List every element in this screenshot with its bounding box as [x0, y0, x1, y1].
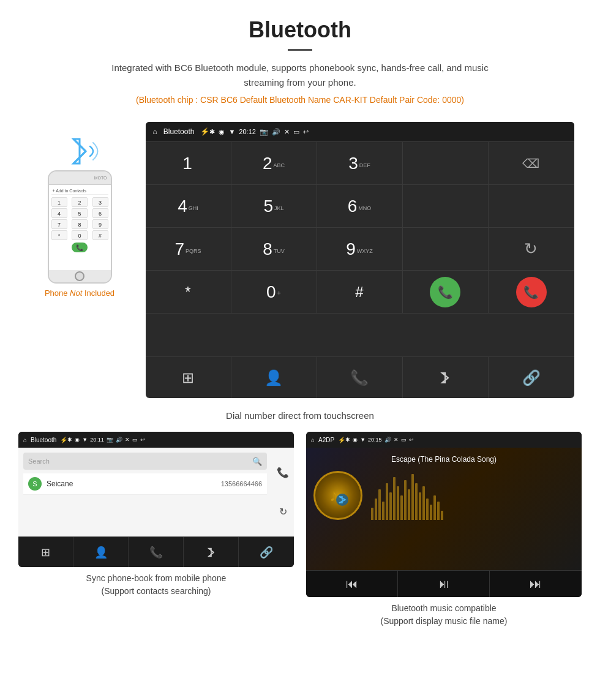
music-win-icon: ▭	[401, 437, 407, 443]
bottom-screens: ⌂ Bluetooth ⚡ ✱ ◉ ▼ 20:11 📷 🔊 ✕ ▭ ↩	[0, 432, 600, 638]
page-title: Bluetooth	[12, 17, 588, 43]
phonebook-screen: ⌂ Bluetooth ⚡ ✱ ◉ ▼ 20:11 📷 🔊 ✕ ▭ ↩	[18, 432, 294, 567]
dial-bottom-call[interactable]: 📞	[317, 357, 403, 398]
phone-bottom	[49, 270, 111, 282]
phonebook-caption: Sync phone-book from mobile phone(Suppor…	[80, 567, 233, 599]
time-display: 20:12	[239, 128, 256, 135]
pb-time: 20:11	[90, 437, 104, 443]
pb-sync-icon[interactable]: ↻	[279, 506, 287, 517]
pb-call-btn[interactable]: 📞	[129, 537, 184, 567]
pb-back-icon: ↩	[140, 437, 145, 443]
key-5[interactable]: 5JKL	[231, 185, 317, 228]
pb-win-icon: ▭	[132, 437, 138, 443]
pb-cam-icon: 📷	[107, 437, 113, 443]
call-button[interactable]: 📞	[403, 271, 489, 314]
dial-screen: ⌂ Bluetooth ⚡ ✱ ◉ ▼ 20:12 📷 🔊 ✕ ▭ ↩ 1	[146, 122, 574, 398]
status-left: ⌂ Bluetooth ⚡	[153, 127, 210, 136]
signal-icon: ▼	[228, 128, 235, 135]
prev-button[interactable]: ⏮	[306, 571, 398, 597]
music-close-icon: ✕	[394, 437, 399, 443]
call-red-icon[interactable]: 📞	[516, 277, 547, 307]
bluetooth-waves	[58, 134, 101, 168]
phonebook-content: Search 🔍 S Seicane 13566664466	[18, 448, 272, 536]
key-1[interactable]: 1	[146, 142, 231, 185]
backspace-button[interactable]: ⌫	[489, 142, 574, 185]
contact-number: 13566664466	[221, 480, 262, 487]
key-2[interactable]: 2ABC	[231, 142, 317, 185]
phone-not-included-label: Phone Not Included	[45, 288, 114, 298]
phonebook-bottom-bar: ⊞ 👤 📞 🔗	[18, 536, 294, 567]
key-7[interactable]: 7PQRS	[146, 228, 231, 271]
contact-name: Seicane	[47, 480, 221, 488]
key-hash[interactable]: #	[317, 271, 403, 314]
key-0[interactable]: 0+	[231, 271, 317, 314]
sync-button[interactable]: ↻	[489, 228, 574, 271]
dial-statusbar: ⌂ Bluetooth ⚡ ✱ ◉ ▼ 20:12 📷 🔊 ✕ ▭ ↩	[146, 122, 574, 141]
main-section: MOTO + Add to Contacts 1 2 3 4 5 6 7 8 9	[0, 122, 600, 404]
pb-usb-icon: ⚡	[60, 437, 67, 443]
title-divider	[288, 49, 312, 51]
search-icon: 🔍	[252, 457, 262, 466]
volume-icon: 🔊	[272, 128, 280, 136]
key-star[interactable]: *	[146, 271, 231, 314]
music-screen: ⌂ A2DP ⚡ ✱ ◉ ▼ 20:15 🔊 ✕ ▭ ↩ Escape (The…	[306, 432, 582, 597]
album-art: ♪	[313, 471, 362, 520]
close-icon: ✕	[284, 128, 290, 136]
empty-4-4	[403, 185, 489, 228]
pb-link-btn[interactable]: 🔗	[239, 537, 294, 567]
dial-bottom-bar: ⊞ 👤 📞 🔗	[146, 356, 574, 398]
pb-status-right: ✱ ◉ ▼ 20:11 📷 🔊 ✕ ▭ ↩	[67, 437, 144, 443]
contact-avatar: S	[28, 477, 42, 491]
music-caption: Bluetooth music compatible(Support displ…	[375, 597, 514, 629]
play-pause-button[interactable]: ⏯	[398, 571, 490, 597]
status-bt-label: Bluetooth	[163, 127, 195, 136]
pb-keypad-btn[interactable]: ⊞	[18, 537, 73, 567]
music-statusbar: ⌂ A2DP ⚡ ✱ ◉ ▼ 20:15 🔊 ✕ ▭ ↩	[306, 432, 582, 448]
camera-icon: 📷	[260, 128, 268, 136]
pb-status-left: ⌂ Bluetooth ⚡	[23, 437, 67, 443]
music-title: A2DP	[318, 437, 334, 443]
pb-vol-icon: 🔊	[116, 437, 122, 443]
display-area	[403, 142, 489, 185]
bluetooth-specs: (Bluetooth chip : CSR BC6 Default Blueto…	[12, 95, 588, 105]
phone-top-bar: MOTO	[49, 171, 111, 185]
music-back-icon: ↩	[409, 437, 414, 443]
pb-bluetooth-btn[interactable]	[184, 537, 239, 567]
phonebook-statusbar: ⌂ Bluetooth ⚡ ✱ ◉ ▼ 20:11 📷 🔊 ✕ ▭ ↩	[18, 432, 294, 448]
next-button[interactable]: ⏭	[490, 571, 582, 597]
pb-call-icon[interactable]: 📞	[277, 467, 289, 478]
phonebook-main: Search 🔍 S Seicane 13566664466	[18, 448, 272, 536]
search-bar[interactable]: Search 🔍	[23, 453, 267, 470]
description-text: Integrated with BC6 Bluetooth module, su…	[110, 61, 490, 90]
key-8[interactable]: 8TUV	[231, 228, 317, 271]
key-3[interactable]: 3DEF	[317, 142, 403, 185]
music-vol-icon: 🔊	[384, 437, 391, 443]
music-status-left: ⌂ A2DP ⚡	[311, 437, 345, 443]
key-9[interactable]: 9WXYZ	[317, 228, 403, 271]
dial-bottom-contacts[interactable]: 👤	[231, 357, 317, 398]
location-icon: ◉	[219, 128, 225, 136]
contact-row[interactable]: S Seicane 13566664466	[23, 473, 267, 495]
home-icon: ⌂	[153, 127, 157, 136]
key-4[interactable]: 4GHI	[146, 185, 231, 228]
dial-bottom-link[interactable]: 🔗	[489, 357, 574, 398]
end-call-button[interactable]: 📞	[489, 271, 574, 314]
dial-bottom-keypad[interactable]: ⊞	[146, 357, 231, 398]
phone-mockup: MOTO + Add to Contacts 1 2 3 4 5 6 7 8 9	[48, 170, 112, 284]
window-icon: ▭	[293, 128, 299, 136]
dial-bottom-bluetooth[interactable]	[403, 357, 489, 398]
page-header: Bluetooth Integrated with BC6 Bluetooth …	[0, 0, 600, 122]
pb-bt-icon: ✱	[67, 437, 72, 443]
usb-icon: ⚡	[200, 127, 209, 136]
pb-title: Bluetooth	[31, 437, 56, 443]
music-status-right: ✱ ◉ ▼ 20:15 🔊 ✕ ▭ ↩	[345, 437, 413, 443]
phone-side: MOTO + Add to Contacts 1 2 3 4 5 6 7 8 9	[26, 122, 133, 298]
back-icon: ↩	[303, 128, 309, 136]
dial-keypad: 1 2ABC 3DEF ⌫ 4GHI 5JKL 6MNO	[146, 141, 574, 356]
music-controls: ⏮ ⏯ ⏭	[306, 570, 582, 597]
key-6[interactable]: 6MNO	[317, 185, 403, 228]
music-content: Escape (The Pina Colada Song) ♪	[306, 448, 582, 570]
call-green-icon[interactable]: 📞	[430, 277, 460, 307]
pb-contacts-btn[interactable]: 👤	[73, 537, 129, 567]
phone-screen: + Add to Contacts 1 2 3 4 5 6 7 8 9 *	[49, 185, 111, 270]
